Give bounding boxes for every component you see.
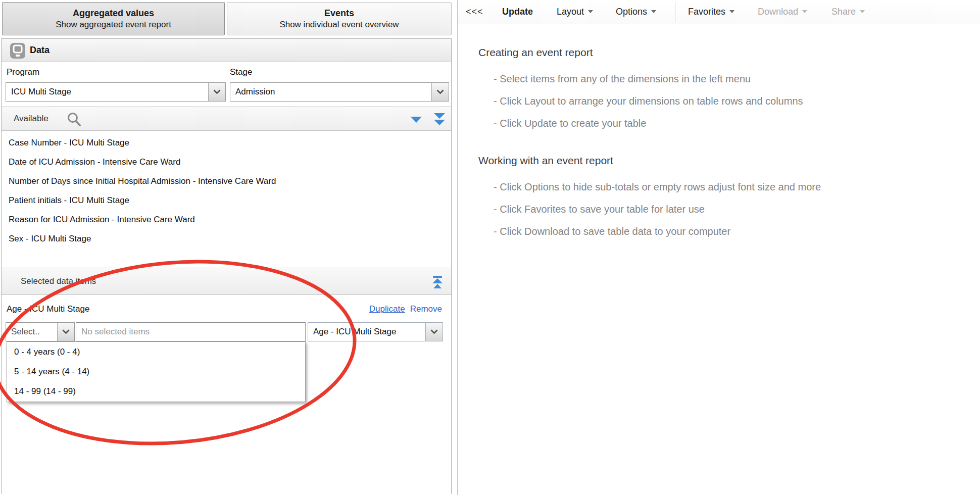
share-menu-button: Share [831, 0, 865, 24]
favorites-label: Favorites [688, 7, 725, 17]
help-bullet: - Select items from any of the dimension… [494, 68, 953, 90]
layout-label: Layout [557, 7, 584, 17]
help-bullet: - Click Update to create your table [494, 112, 953, 134]
help-heading-working: Working with an event report [478, 155, 953, 167]
stage-value: Admission [230, 83, 431, 101]
chevron-down-icon[interactable] [208, 83, 225, 101]
tab-subtitle: Show individual event overview [227, 19, 451, 30]
help-bullet: - Click Layout to arrange your dimension… [494, 90, 953, 112]
help-heading-creating: Creating an event report [478, 46, 953, 59]
data-element-select[interactable]: Age - ICU Multi Stage [308, 322, 443, 341]
available-item[interactable]: Sex - ICU Multi Stage [2, 229, 451, 249]
available-title: Available [14, 114, 48, 124]
layout-menu-button[interactable]: Layout [557, 0, 593, 24]
available-item[interactable]: Reason for ICU Admission - Intensive Car… [2, 210, 451, 229]
tab-events[interactable]: Events Show individual event overview [227, 2, 452, 35]
chevron-down-icon[interactable] [425, 323, 443, 341]
collapse-west-panel-button[interactable]: <<< [466, 0, 483, 24]
help-bullet: - Click Favorites to save your table for… [494, 198, 953, 220]
data-element-value: Age - ICU Multi Stage [308, 323, 425, 341]
help-bullet: - Click Download to save table data to y… [494, 220, 953, 242]
dimensions-panel: Data Program Stage ICU Multi Stage Admis… [1, 38, 452, 494]
select-down-icon[interactable] [409, 112, 424, 127]
chevron-down-icon[interactable] [57, 323, 74, 341]
available-items-header: Available [2, 107, 451, 131]
remove-link[interactable]: Remove [410, 304, 442, 314]
program-select[interactable]: ICU Multi Stage [6, 82, 226, 102]
program-label: Program [7, 67, 39, 77]
selected-item-name: Age - ICU Multi Stage [7, 304, 89, 314]
toolbar-divider [675, 3, 675, 22]
data-icon [10, 42, 26, 61]
stage-label: Stage [230, 67, 252, 77]
data-accordion-header[interactable]: Data [2, 39, 451, 62]
stage-select[interactable]: Admission [230, 82, 449, 102]
available-items-list: Case Number - ICU Multi StageDate of ICU… [2, 131, 451, 268]
caret-down-icon [860, 10, 865, 13]
select-all-down-icon[interactable] [432, 112, 447, 127]
selected-data-items-header: Selected data items [2, 268, 451, 295]
remove-all-up-icon[interactable] [430, 275, 445, 290]
available-item[interactable]: Number of Days since Initial Hospital Ad… [2, 172, 451, 191]
dropdown-option[interactable]: 5 - 14 years (4 - 14) [7, 362, 305, 381]
filter-items-input[interactable] [76, 322, 306, 341]
report-panel: <<< Update Layout Options Favorites Down… [457, 0, 980, 495]
dropdown-option[interactable]: 0 - 4 years (0 - 4) [7, 342, 305, 362]
help-bullets-creating: - Select items from any of the dimension… [494, 68, 953, 134]
options-label: Options [616, 7, 647, 17]
option-set-dropdown: 0 - 4 years (0 - 4)5 - 14 years (4 - 14)… [7, 341, 306, 402]
selected-item-row: Age - ICU Multi Stage DuplicateRemove [7, 303, 442, 316]
duplicate-link[interactable]: Duplicate [369, 304, 405, 314]
tab-subtitle: Show aggregated event report [3, 19, 224, 30]
available-item[interactable]: Date of ICU Admission - Intensive Care W… [2, 153, 451, 172]
selected-data-items-body: Age - ICU Multi Stage DuplicateRemove Se… [2, 295, 451, 494]
update-button[interactable]: Update [502, 0, 533, 24]
share-label: Share [831, 7, 856, 17]
selected-title: Selected data items [21, 276, 96, 286]
help-bullet: - Click Options to hide sub-totals or em… [494, 176, 953, 198]
program-value: ICU Multi Stage [6, 83, 208, 101]
available-item[interactable]: Case Number - ICU Multi Stage [2, 133, 451, 153]
toolbar: <<< Update Layout Options Favorites Down… [458, 0, 980, 24]
operator-value: Select.. [6, 323, 57, 341]
available-item[interactable]: Patient initials - ICU Multi Stage [2, 191, 451, 210]
tab-title: Aggregated values [3, 8, 224, 19]
chevron-down-icon[interactable] [431, 83, 449, 101]
dropdown-option[interactable]: 14 - 99 (14 - 99) [7, 381, 305, 401]
caret-down-icon [651, 10, 656, 13]
tab-aggregated-values[interactable]: Aggregated values Show aggregated event … [2, 2, 225, 35]
tab-title: Events [227, 8, 451, 19]
favorites-menu-button[interactable]: Favorites [688, 0, 734, 24]
options-menu-button[interactable]: Options [616, 0, 656, 24]
download-menu-button: Download [758, 0, 807, 24]
caret-down-icon [729, 10, 734, 13]
help-bullets-working: - Click Options to hide sub-totals or em… [494, 176, 953, 242]
download-label: Download [758, 7, 798, 17]
search-icon[interactable] [66, 112, 82, 130]
caret-down-icon [588, 10, 593, 13]
caret-down-icon [802, 10, 807, 13]
operator-select[interactable]: Select.. [6, 322, 75, 341]
help-text: Creating an event report - Select items … [478, 46, 953, 242]
data-section-title: Data [30, 45, 50, 56]
